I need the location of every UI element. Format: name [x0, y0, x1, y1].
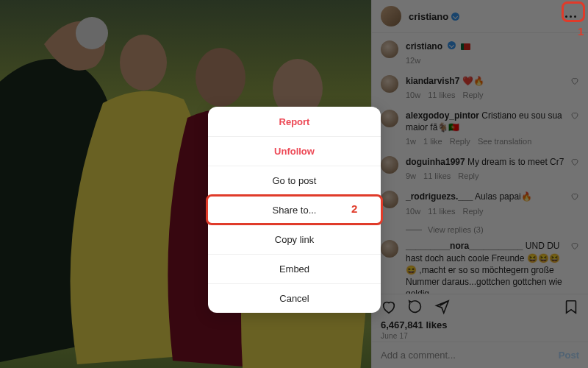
modal-item-embed[interactable]: Embed	[208, 254, 381, 283]
modal-item-unfollow[interactable]: Unfollow	[208, 136, 381, 166]
annotation-label-2: 2	[351, 202, 357, 215]
modal-item-cancel[interactable]: Cancel	[208, 283, 381, 313]
modal-item-go-to-post[interactable]: Go to post	[208, 166, 381, 195]
modal-item-copy-link[interactable]: Copy link	[208, 224, 381, 254]
modal-item-report[interactable]: Report	[208, 107, 381, 136]
annotation-label-1: 1	[578, 25, 584, 38]
